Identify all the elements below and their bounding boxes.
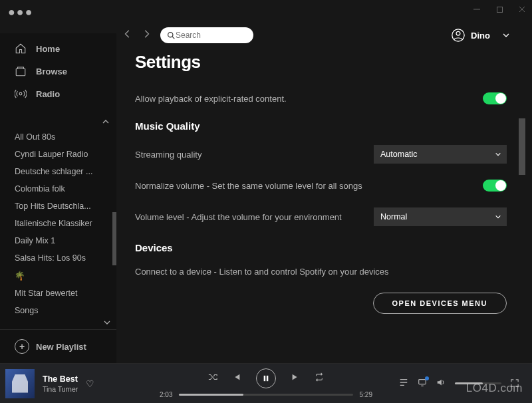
track-title[interactable]: The Best xyxy=(43,374,78,384)
new-playlist-label: New Playlist xyxy=(36,342,86,352)
section-devices: Devices xyxy=(135,242,507,253)
back-button[interactable] xyxy=(123,29,132,41)
explicit-toggle[interactable] xyxy=(483,92,507,104)
normalize-toggle[interactable] xyxy=(483,180,507,192)
playlist-item[interactable]: Deutsche schlager ... xyxy=(0,163,116,180)
search-box[interactable] xyxy=(160,27,253,43)
nav-label: Radio xyxy=(36,89,60,99)
main-scrollbar-track[interactable] xyxy=(519,52,525,363)
svg-rect-11 xyxy=(267,376,269,381)
playlist-item[interactable]: Cyndi Lauper Radio xyxy=(0,146,116,163)
nav-home[interactable]: Home xyxy=(0,37,116,60)
svg-point-9 xyxy=(19,92,22,95)
playlist-item[interactable]: Salsa Hits: Los 90s xyxy=(0,249,116,267)
player-bar: The Best Tina Turner ♡ 2:03 xyxy=(0,363,532,403)
elapsed-time: 2:03 xyxy=(160,391,172,398)
streaming-quality-select[interactable]: Automatic xyxy=(374,145,507,164)
normalize-label: Normalize volume - Set the same volume l… xyxy=(135,181,362,191)
maximize-button[interactable] xyxy=(495,5,504,14)
plus-icon: + xyxy=(15,339,29,354)
app-menu-dots[interactable]: ●●● xyxy=(8,5,34,19)
svg-line-5 xyxy=(172,37,174,39)
svg-point-7 xyxy=(456,31,460,35)
pause-button[interactable] xyxy=(256,368,276,388)
nav-radio[interactable]: Radio xyxy=(0,82,116,105)
new-playlist-button[interactable]: + New Playlist xyxy=(0,329,116,363)
browse-icon xyxy=(15,65,27,77)
window-controls xyxy=(467,0,532,19)
playlist-item[interactable]: Songs xyxy=(0,302,116,317)
search-input[interactable] xyxy=(176,31,247,40)
devices-button[interactable] xyxy=(418,378,427,390)
playlist-item[interactable]: Top Hits Deutschla... xyxy=(0,198,116,215)
forward-button[interactable] xyxy=(142,29,151,41)
radio-icon xyxy=(15,88,27,100)
main-content: Settings Allow playback of explicit-rate… xyxy=(116,52,525,363)
close-button[interactable] xyxy=(517,5,527,14)
search-icon xyxy=(167,31,176,40)
sidebar: Home Browse Radio All Out 80s Cyndi Laup… xyxy=(0,33,116,363)
volume-level-label: Volume level - Adjust the volume for you… xyxy=(135,212,342,222)
progress-bar[interactable] xyxy=(179,394,352,396)
minimize-button[interactable] xyxy=(472,5,481,14)
playlist-item[interactable]: Colombia folk xyxy=(0,180,116,198)
explicit-label: Allow playback of explicit-rated content… xyxy=(135,94,287,104)
page-title: Settings xyxy=(135,52,507,72)
playlist-item[interactable]: 🌴 xyxy=(0,267,116,285)
devices-label: Connect to a device - Listen to and cont… xyxy=(135,267,389,277)
svg-rect-1 xyxy=(497,7,502,12)
progress-fill xyxy=(179,394,243,396)
section-music-quality: Music Quality xyxy=(135,120,507,132)
shuffle-button[interactable] xyxy=(208,372,217,384)
chevron-up-icon[interactable] xyxy=(102,118,110,126)
home-icon xyxy=(15,43,27,55)
nav-label: Home xyxy=(36,44,60,54)
volume-slider[interactable] xyxy=(455,382,501,384)
playlist-item[interactable]: Mit Star bewertet xyxy=(0,285,116,302)
nav-label: Browse xyxy=(36,67,67,76)
topbar: Dino xyxy=(116,19,522,52)
repeat-button[interactable] xyxy=(315,372,324,384)
svg-rect-10 xyxy=(264,376,266,381)
previous-button[interactable] xyxy=(232,372,241,384)
total-time: 5:29 xyxy=(360,391,372,398)
svg-point-4 xyxy=(168,32,173,37)
volume-icon[interactable] xyxy=(436,378,446,390)
now-playing: The Best Tina Turner ♡ xyxy=(0,369,146,398)
fullscreen-button[interactable] xyxy=(511,378,519,390)
open-devices-button[interactable]: OPEN DEVICES MENU xyxy=(373,293,507,314)
album-art[interactable] xyxy=(5,369,35,398)
svg-rect-8 xyxy=(16,68,25,76)
chevron-down-icon xyxy=(501,31,511,39)
playlist-item[interactable]: Daily Mix 1 xyxy=(0,232,116,249)
nav-browse[interactable]: Browse xyxy=(0,60,116,82)
volume-level-select[interactable]: Normal xyxy=(374,207,507,226)
chevron-down-icon[interactable] xyxy=(103,319,111,327)
next-button[interactable] xyxy=(291,372,300,384)
heart-icon[interactable]: ♡ xyxy=(86,378,94,389)
playlist-item[interactable]: Italienische Klassiker xyxy=(0,215,116,232)
track-artist[interactable]: Tina Turner xyxy=(43,385,78,393)
user-menu[interactable]: Dino xyxy=(451,28,511,43)
streaming-quality-label: Streaming quality xyxy=(135,150,201,160)
main-scrollbar-thumb[interactable] xyxy=(519,118,525,175)
queue-button[interactable] xyxy=(399,378,408,390)
user-icon xyxy=(451,28,466,43)
volume-fill xyxy=(455,382,483,384)
svg-rect-12 xyxy=(419,379,426,384)
playlist-item[interactable]: All Out 80s xyxy=(0,128,116,146)
user-name: Dino xyxy=(471,31,490,41)
playlist-list: All Out 80s Cyndi Lauper Radio Deutsche … xyxy=(0,126,116,317)
